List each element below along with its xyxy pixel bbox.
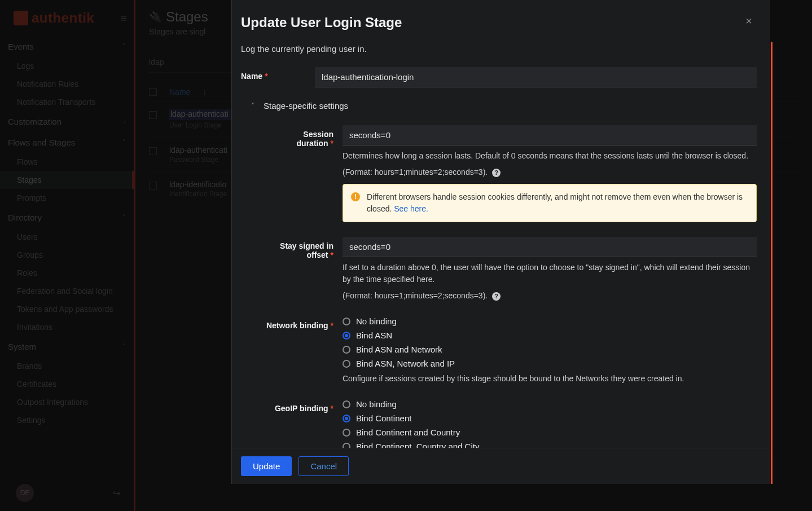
network-binding-radio-group: No bindingBind ASNBind ASN and NetworkBi… bbox=[343, 316, 757, 368]
radio-option[interactable]: No binding bbox=[343, 399, 757, 409]
session-duration-row: Session duration* Determines how long a … bbox=[266, 125, 757, 222]
radio-option[interactable]: Bind ASN, Network and IP bbox=[343, 359, 757, 368]
stay-signed-help2: (Format: hours=1;minutes=2;seconds=3). ? bbox=[343, 290, 757, 302]
stay-signed-input[interactable] bbox=[343, 237, 757, 257]
radio-icon bbox=[343, 360, 350, 368]
network-binding-row: Network binding* No bindingBind ASNBind … bbox=[266, 316, 757, 385]
section-toggle[interactable]: ˅ Stage-specific settings bbox=[251, 101, 757, 111]
radio-icon bbox=[343, 318, 350, 325]
session-duration-input[interactable] bbox=[343, 125, 757, 146]
session-duration-help2: (Format: hours=1;minutes=2;seconds=3). ? bbox=[343, 166, 757, 178]
warning-icon: ! bbox=[351, 192, 360, 201]
session-duration-help1: Determines how long a session lasts. Def… bbox=[343, 150, 757, 162]
name-row: Name* bbox=[241, 67, 757, 87]
help-icon[interactable]: ? bbox=[492, 292, 501, 301]
radio-option[interactable]: Bind ASN bbox=[343, 331, 757, 340]
help-icon[interactable]: ? bbox=[492, 169, 501, 177]
network-binding-help: Configure if sessions created by this st… bbox=[343, 373, 757, 385]
geoip-binding-row: GeoIP binding* No bindingBind ContinentB… bbox=[266, 399, 757, 448]
radio-option[interactable]: Bind Continent, Country and City bbox=[343, 442, 757, 448]
radio-icon bbox=[343, 415, 350, 422]
modal-body: Log the currently pending user in. Name*… bbox=[232, 39, 770, 448]
close-icon[interactable]: × bbox=[745, 15, 752, 28]
cancel-button[interactable]: Cancel bbox=[299, 456, 349, 476]
radio-icon bbox=[343, 346, 350, 354]
network-binding-label: Network binding* bbox=[266, 316, 333, 330]
stay-signed-help1: If set to a duration above 0, the user w… bbox=[343, 262, 757, 285]
radio-option[interactable]: Bind Continent bbox=[343, 413, 757, 423]
modal: Update User Login Stage × Log the curren… bbox=[231, 0, 770, 484]
geoip-binding-radio-group: No bindingBind ContinentBind Continent a… bbox=[343, 399, 757, 448]
radio-option[interactable]: Bind Continent and Country bbox=[343, 428, 757, 437]
alert-link[interactable]: See here. bbox=[394, 204, 428, 213]
chevron-down-icon: ˅ bbox=[251, 102, 254, 110]
stay-signed-row: Stay signed in offset* If set to a durat… bbox=[266, 237, 757, 302]
radio-icon bbox=[343, 429, 350, 437]
radio-icon bbox=[343, 332, 350, 340]
update-button[interactable]: Update bbox=[241, 456, 292, 476]
modal-footer: Update Cancel bbox=[232, 448, 770, 484]
name-label: Name* bbox=[241, 67, 306, 81]
modal-header: Update User Login Stage × bbox=[232, 0, 770, 39]
geoip-binding-label: GeoIP binding* bbox=[266, 399, 333, 413]
accent-bar bbox=[771, 42, 773, 484]
session-alert: ! Different browsers handle session cook… bbox=[343, 184, 757, 222]
session-duration-label: Session duration* bbox=[266, 125, 333, 148]
radio-option[interactable]: No binding bbox=[343, 316, 757, 326]
radio-icon bbox=[343, 443, 350, 448]
name-input[interactable] bbox=[315, 67, 757, 87]
modal-description: Log the currently pending user in. bbox=[241, 44, 757, 54]
radio-option[interactable]: Bind ASN and Network bbox=[343, 345, 757, 354]
radio-icon bbox=[343, 400, 350, 408]
modal-title: Update User Login Stage bbox=[241, 15, 402, 30]
stay-signed-label: Stay signed in offset* bbox=[266, 237, 333, 259]
